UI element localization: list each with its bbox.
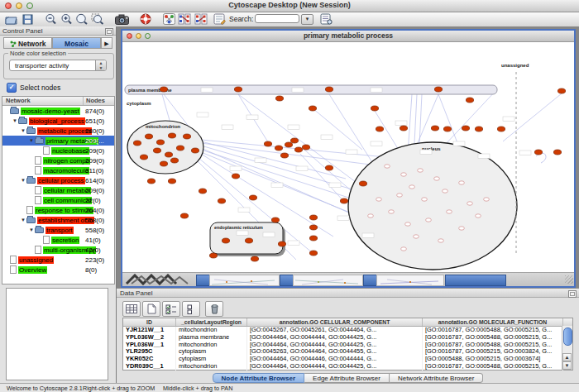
expand-arrow-icon[interactable]: ▼ [29, 136, 35, 146]
table-row[interactable]: YPL036W__1mitochondrion[GO:0044464, GO:0… [123, 342, 572, 349]
cell-molecular[interactable]: [GO:0016787, GO:0005488, GO:0005215, G..… [423, 363, 563, 370]
transporter-node[interactable] [466, 98, 473, 103]
tree-column-nodes[interactable]: Nodes [86, 97, 105, 105]
transporter-node[interactable] [170, 158, 178, 163]
minimized-frame-handle[interactable] [363, 275, 377, 286]
transporter-node[interactable] [325, 165, 333, 170]
transporter-node[interactable] [156, 140, 164, 145]
node-color-attribute-select[interactable]: transporter activity ▲▼ [9, 60, 107, 71]
transporter-node[interactable] [302, 145, 309, 150]
transporter-node[interactable] [249, 195, 256, 200]
open-session-icon[interactable] [3, 12, 18, 26]
cell-region[interactable]: mitochondrion [176, 363, 247, 370]
transporter-node[interactable] [285, 142, 292, 147]
expand-arrow-icon[interactable]: ▼ [21, 175, 26, 185]
tree-row[interactable]: mosaic-demo-yeast874(0) [2, 106, 114, 116]
transporter-node[interactable] [275, 146, 282, 151]
cell-id[interactable]: YPL036W__2 [123, 334, 176, 342]
cell-cellular[interactable]: [GO:0044464, GO:0044444, GO:0044425, G..… [247, 334, 423, 342]
birds-eye-view[interactable] [6, 288, 108, 380]
transporter-node[interactable] [309, 225, 317, 230]
search-dropdown-arrow[interactable]: ▼ [301, 14, 313, 25]
cell-molecular[interactable]: [GO:0016787, GO:0005215, GO:0003824, G..… [423, 348, 563, 356]
network-node[interactable] [443, 189, 448, 193]
transporter-node[interactable] [376, 127, 383, 131]
minimized-frame-handle[interactable] [280, 275, 294, 286]
network-canvas[interactable]: plasma membrane cytoplasm mitochondrion … [122, 42, 574, 272]
tree-column-network[interactable]: Network [6, 97, 31, 105]
minimized-frame-preview[interactable] [209, 275, 280, 286]
transporter-node[interactable] [271, 218, 279, 222]
transporter-node[interactable] [160, 161, 167, 166]
transporter-node[interactable] [359, 181, 366, 186]
network-node[interactable] [447, 210, 452, 213]
select-nodes-option[interactable]: ✓ Select nodes [7, 83, 60, 93]
transporter-node[interactable] [309, 106, 316, 111]
tree-row[interactable]: ▼transport558(0) [2, 225, 114, 235]
transporter-node[interactable] [218, 198, 225, 203]
network-window[interactable]: primary metabolic process plasma membran… [121, 29, 576, 288]
new-attribute-icon[interactable] [142, 301, 160, 317]
table-row[interactable]: YDR039C__1mitochondrion[GO:0044464, GO:0… [123, 363, 572, 370]
tree-row[interactable]: response to stimulu264(0) [2, 205, 114, 215]
cell-id[interactable]: YDR039C__1 [123, 363, 176, 370]
network-node[interactable] [418, 169, 423, 172]
tree-row[interactable]: ▼cellular process614(0) [2, 175, 114, 185]
network-node[interactable] [426, 218, 432, 222]
transporter-node[interactable] [371, 106, 378, 111]
column-go-molecular-function[interactable]: annotation.GO MOLECULAR_FUNCTION [423, 318, 563, 326]
transporter-node[interactable] [191, 148, 199, 153]
cell-id[interactable]: YKR052C [123, 356, 176, 363]
transporter-node[interactable] [431, 126, 438, 131]
tree-row[interactable]: cell communicat22(0) [2, 195, 114, 205]
tab-node-attribute-browser[interactable]: Node Attribute Browser [213, 373, 305, 383]
table-scrollbar[interactable]: ▲ ▼ [562, 326, 572, 370]
transporter-node[interactable] [400, 126, 407, 131]
cell-molecular[interactable]: [GO:0016787, GO:0005488, GO:0005215, G..… [423, 327, 563, 334]
transporter-node[interactable] [497, 127, 505, 131]
minimized-frame-preview[interactable] [293, 275, 363, 286]
transporter-node[interactable] [434, 87, 442, 92]
expand-arrow-icon[interactable]: ▼ [21, 126, 26, 136]
tree-row[interactable]: ▼establishment of lo558(0) [2, 215, 114, 225]
resize-grip-icon[interactable] [565, 275, 573, 284]
transporter-node[interactable] [309, 251, 317, 256]
transporter-node[interactable] [462, 126, 469, 131]
select-nodes-checkbox[interactable]: ✓ [7, 83, 17, 93]
network-node[interactable] [397, 194, 403, 197]
expand-arrow-icon[interactable]: ▼ [29, 225, 35, 235]
transporter-node[interactable] [199, 189, 206, 194]
cell-id[interactable]: YJR121W__1 [123, 327, 176, 334]
tree-row[interactable]: Overview8(0) [2, 265, 114, 275]
transporter-node[interactable] [133, 141, 141, 146]
vizmapper-icon[interactable] [161, 12, 176, 26]
transporter-node[interactable] [280, 153, 288, 158]
scrollbar-thumb[interactable] [563, 327, 572, 346]
cell-molecular[interactable]: [GO:0016787, GO:0005488, GO:0005215, G..… [423, 334, 563, 342]
cell-molecular[interactable]: [GO:0005488, GO:0005215, GO:0003674] [423, 356, 563, 363]
network-node[interactable] [389, 210, 395, 213]
tree-row[interactable]: cellular metabol209(0) [2, 185, 114, 195]
attribute-table-icon[interactable] [122, 301, 141, 317]
network-node[interactable] [484, 198, 490, 201]
annotation-icon[interactable] [212, 12, 227, 26]
cell-id[interactable]: YPL036W__1 [123, 342, 176, 349]
transporter-node[interactable] [160, 87, 167, 92]
cell-id[interactable]: YLR295C [123, 348, 176, 356]
table-row[interactable]: YKR052Ccytoplasm[GO:0044464, GO:0044446,… [123, 356, 572, 363]
transporter-node[interactable] [325, 87, 333, 92]
transporter-node[interactable] [557, 88, 565, 93]
scroll-down-icon[interactable]: ▼ [562, 361, 572, 370]
combo-stepper-icon[interactable]: ▲▼ [95, 60, 106, 70]
network-window-titlebar[interactable]: primary metabolic process [122, 31, 574, 42]
tab-network[interactable]: Network [3, 37, 52, 49]
transporter-node[interactable] [168, 133, 175, 138]
network-node[interactable] [409, 185, 415, 189]
search-options-icon[interactable] [318, 12, 333, 26]
network-node[interactable] [405, 222, 411, 226]
tab-network-attribute-browser[interactable]: Network Attribute Browser [390, 373, 483, 383]
save-session-icon[interactable] [20, 12, 35, 26]
cell-cellular[interactable]: [GO:0045263, GO:0044464, GO:0044455, G..… [247, 348, 423, 356]
transporter-node[interactable] [443, 127, 451, 131]
transporter-node[interactable] [234, 87, 242, 92]
